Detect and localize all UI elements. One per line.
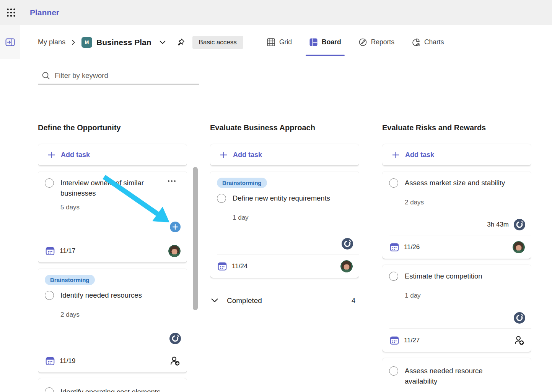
filter-keyword-input[interactable] [55,71,199,80]
task-title: Assess needed resource availability [405,366,508,386]
completed-count: 4 [352,297,355,305]
planner-app-window: Planner My plans M Business Plan [0,0,552,392]
task-card[interactable]: Assess market size and stability 2 days … [382,172,531,259]
task-more-options-button[interactable] [167,178,176,183]
task-due-date: 11/26 [404,243,420,251]
tab-reports[interactable]: Reports [358,25,394,59]
task-complete-checkbox[interactable] [45,291,54,300]
breadcrumb-chevron-right-icon [71,39,76,45]
breadcrumb-my-plans-link[interactable]: My plans [38,38,65,46]
view-tabs: Grid Board Reports [267,25,444,59]
add-task-label: Add task [61,151,90,159]
time-tracked: 3h 43m [487,221,509,228]
app-title[interactable]: Planner [30,8,59,17]
calendar-icon [389,335,399,345]
task-title: Identify operating cost elements [60,387,181,392]
board-icon [309,38,318,47]
category-label: Brainstorming [217,178,267,188]
add-task-button[interactable]: Add task [38,144,187,165]
task-title: Define new entity requirements [233,193,353,203]
bucket-title: Evaluate Business Approach [210,122,359,133]
assignee-avatar[interactable] [513,241,525,253]
task-card[interactable]: Identify operating cost elements [38,378,187,392]
left-rail [0,25,20,59]
loop-component-icon [514,312,525,324]
charts-icon [412,38,420,47]
tab-reports-label: Reports [371,38,394,46]
breadcrumb: My plans M Business Plan Basic access [38,25,243,59]
tab-grid-label: Grid [279,38,292,46]
filter-box [38,68,199,84]
bucket-evaluate-risks-and-rewards: Evaluate Risks and Rewards Add task Asse… [382,118,531,392]
task-complete-checkbox[interactable] [389,272,398,281]
assignee-avatar[interactable] [168,245,181,257]
assign-person-button[interactable] [169,356,181,366]
task-card[interactable]: Assess needed resource availability 2 da… [382,358,531,392]
task-duration: 5 days [60,204,181,211]
plus-icon [47,151,55,159]
task-complete-checkbox[interactable] [217,194,226,203]
task-card[interactable]: Brainstorming Define new entity requirem… [210,172,359,278]
task-duration: 2 days [60,311,181,319]
expand-sidebar-button[interactable] [5,38,15,47]
calendar-icon [217,261,227,271]
task-due-date: 11/17 [60,247,75,255]
assignee-avatar[interactable] [340,260,353,272]
bucket-title: Define the Opportunity [38,122,187,133]
loop-component-icon [514,219,525,230]
reports-icon [358,38,367,47]
plan-title: Business Plan [96,38,151,47]
pin-plan-button[interactable] [176,38,185,47]
calendar-icon [45,246,55,256]
person-add-icon [169,356,181,366]
calendar-icon [45,356,55,366]
loop-component-icon [169,333,181,344]
task-duration: 1 day [405,292,525,300]
plan-badge: M [81,37,92,48]
add-task-label: Add task [233,151,262,159]
expand-sidebar-icon [5,38,15,47]
task-complete-checkbox[interactable] [45,178,54,188]
page-header: My plans M Business Plan Basic access [0,25,552,59]
plus-icon [220,151,228,159]
tab-board[interactable]: Board [309,25,341,59]
assign-person-button[interactable] [513,335,525,346]
task-title: Assess market size and stability [405,178,525,188]
task-due-date: 11/24 [232,262,248,270]
add-task-button[interactable]: Add task [382,144,531,165]
task-due-date: 11/19 [60,357,75,365]
access-level-badge: Basic access [192,36,243,49]
task-complete-checkbox[interactable] [45,387,54,392]
task-card[interactable]: Interview owners of similar businesses 5… [38,172,187,262]
plan-dropdown-chevron-icon[interactable] [159,40,166,45]
bucket-evaluate-business-approach: Evaluate Business Approach Add task Brai… [210,118,359,392]
add-task-label: Add task [405,151,434,159]
waffle-icon [6,8,16,18]
task-card[interactable]: Estimate the competition 1 day 11/27 [382,265,531,352]
add-task-button[interactable]: Add task [210,144,359,165]
plus-icon [392,151,400,159]
ellipsis-icon [167,179,176,183]
quick-add-button[interactable] [170,222,181,232]
tab-charts[interactable]: Charts [412,25,444,59]
task-card[interactable]: Brainstorming Identify needed resources … [38,269,187,373]
completed-section-toggle[interactable]: Completed 4 [210,295,359,306]
app-launcher-waffle-icon[interactable] [0,0,22,25]
grid-icon [267,38,275,47]
pin-icon [176,38,185,47]
tab-grid[interactable]: Grid [267,25,292,59]
loop-component-icon [342,238,353,249]
task-due-date: 11/27 [404,337,420,344]
person-add-icon [513,335,525,346]
task-complete-checkbox[interactable] [389,366,398,376]
chevron-down-icon [211,298,218,303]
category-label: Brainstorming [45,275,95,285]
task-duration: 1 day [233,214,353,222]
task-title: Estimate the competition [405,271,525,281]
task-complete-checkbox[interactable] [389,178,398,188]
plus-icon [173,224,178,230]
bucket-scrollbar-thumb[interactable] [193,167,198,310]
calendar-icon [389,242,399,252]
task-title: Interview owners of similar businesses [60,178,161,198]
completed-section-label: Completed [227,296,262,305]
